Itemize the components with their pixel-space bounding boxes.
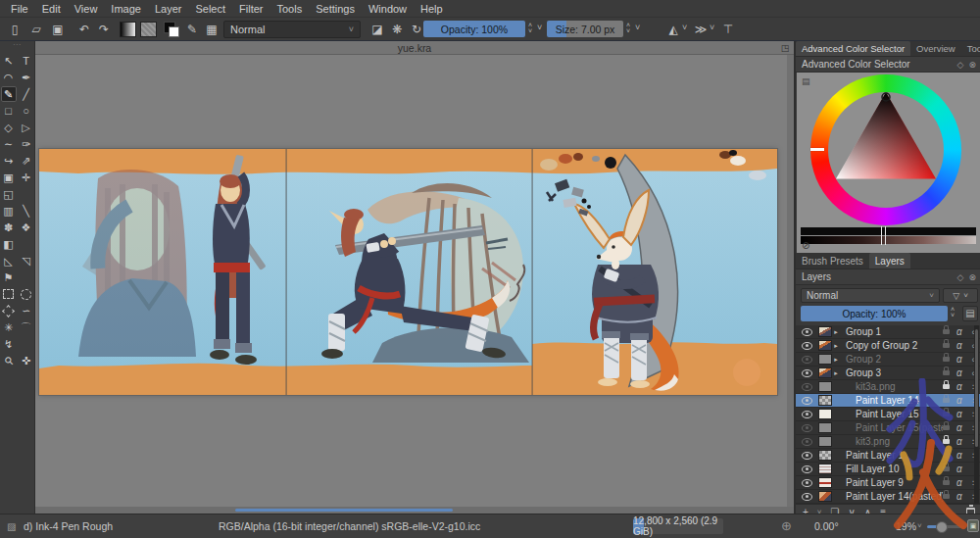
tool-select-elliptical[interactable] — [19, 286, 34, 302]
zoom-slider[interactable] — [927, 525, 964, 528]
tab-brush-presets[interactable]: Brush Presets — [796, 253, 869, 269]
tool-polygon[interactable]: ◇ — [1, 120, 17, 135]
alpha-lock-icon[interactable]: α — [956, 354, 968, 365]
tool-select-freehand[interactable]: ∽ — [19, 303, 34, 318]
color-docker-header[interactable]: Advanced Color Selector ◇ ⊗ — [796, 57, 980, 73]
tab-overview[interactable]: Overview — [910, 41, 961, 56]
new-document-icon[interactable]: ▯ — [6, 21, 24, 38]
tool-dynamic-brush[interactable]: ✑ — [19, 136, 34, 152]
foreground-background-colors[interactable] — [164, 22, 179, 37]
blending-mode-select[interactable]: Normal ˅ — [223, 21, 361, 38]
chevron-down-icon[interactable]: ˅ — [635, 23, 640, 32]
layer-blending-mode-select[interactable]: Normal ˅ — [801, 288, 940, 303]
menu-file[interactable]: File — [4, 0, 35, 18]
layer-list-scrollbar[interactable] — [974, 325, 979, 504]
lock-icon[interactable] — [943, 425, 950, 430]
brush-preset-icon[interactable]: ▨ — [7, 521, 16, 532]
zoom-level-value[interactable]: 19% — [896, 520, 916, 532]
tool-edit-shapes[interactable]: ◠ — [1, 70, 17, 85]
folder-icon[interactable]: ▸ — [832, 369, 840, 377]
fit-to-page-button[interactable]: ▣ — [967, 519, 979, 532]
menu-edit[interactable]: Edit — [35, 0, 68, 18]
visibility-icon[interactable] — [802, 342, 812, 350]
tool-move[interactable]: ✛ — [19, 170, 34, 185]
tool-select-rectangular[interactable] — [1, 286, 17, 302]
lock-icon[interactable] — [943, 466, 950, 471]
undo-icon[interactable]: ↶ — [75, 21, 93, 38]
tool-smart-patch[interactable]: ❖ — [19, 220, 34, 235]
menu-filter[interactable]: Filter — [232, 0, 270, 18]
tool-select-similar[interactable]: ✳ — [1, 319, 17, 335]
menu-select[interactable]: Select — [188, 0, 232, 18]
tool-polyline[interactable]: ▷ — [19, 120, 34, 135]
menu-tools[interactable]: Tools — [270, 0, 310, 18]
layer-row-paint-layer-14-pasted[interactable]: Paint Layer 14(pasted) α∷ — [796, 490, 980, 504]
menu-window[interactable]: Window — [362, 0, 414, 18]
tool-multibrush[interactable]: ⇗ — [19, 153, 34, 169]
visibility-icon[interactable] — [802, 465, 812, 473]
visibility-icon[interactable] — [802, 411, 812, 418]
layer-row-paint-layer-9[interactable]: Paint Layer 9 α∷ — [796, 476, 980, 490]
menu-settings[interactable]: Settings — [309, 0, 362, 18]
menu-view[interactable]: View — [68, 0, 105, 18]
tool-pan[interactable]: ✜ — [19, 353, 34, 368]
show-rulers-icon[interactable]: ⊤ — [719, 21, 737, 38]
lock-icon[interactable] — [943, 370, 950, 375]
canvas-artwork[interactable] — [39, 149, 777, 395]
selector-settings-icon[interactable]: ▤ — [802, 76, 810, 86]
float-icon[interactable]: ◇ — [957, 272, 964, 282]
tab-advanced-color-selector[interactable]: Advanced Color Selector — [796, 41, 910, 56]
size-spinner[interactable]: ˄˅ — [626, 23, 630, 34]
canvas-rotation-dial-icon[interactable]: ⊕ — [781, 518, 792, 533]
lock-icon[interactable] — [943, 398, 950, 403]
brush-size-slider[interactable]: Size: 7.00 px — [547, 21, 623, 37]
alpha-lock-icon[interactable]: α — [956, 395, 968, 406]
folder-icon[interactable]: ▸ — [832, 342, 840, 350]
tool-zoom[interactable]: ⚲ — [0, 350, 20, 372]
menu-help[interactable]: Help — [414, 0, 450, 18]
layer-row-group-3[interactable]: ▸ Group 3 α∞ — [796, 367, 980, 380]
lock-icon[interactable] — [943, 453, 950, 458]
opacity-spinner[interactable]: ˄˅ — [528, 23, 532, 34]
visibility-icon[interactable] — [802, 369, 812, 377]
visibility-icon[interactable] — [802, 328, 812, 336]
menu-layer[interactable]: Layer — [148, 0, 189, 18]
folder-icon[interactable]: ▸ — [832, 356, 840, 364]
tool-freehand-path[interactable]: ∼ — [1, 136, 17, 152]
lock-icon[interactable] — [943, 343, 950, 348]
lock-icon[interactable] — [943, 412, 950, 416]
tool-color-picker[interactable]: ╲ — [19, 203, 34, 219]
tab-tool-options[interactable]: Tool Options — [961, 41, 980, 56]
opacity-slider[interactable]: Opacity: 100% — [423, 21, 525, 37]
tool-measure[interactable]: ◺ — [1, 253, 17, 269]
canvas-workspace[interactable]: yue.kra ◳ — [35, 41, 794, 514]
tool-ellipse[interactable]: ○ — [19, 103, 34, 119]
layer-row-kit3a-png[interactable]: kit3a.png α∷ — [796, 380, 980, 394]
chevron-down-icon[interactable]: ˅ — [710, 23, 714, 32]
close-icon[interactable]: ⊗ — [968, 272, 976, 282]
tool-select-bezier[interactable]: ⌒ — [19, 319, 34, 335]
redo-icon[interactable]: ↷ — [95, 21, 113, 38]
eraser-mode-icon[interactable]: ◪ — [368, 21, 386, 38]
tool-crop[interactable]: ◱ — [1, 186, 17, 202]
alpha-lock-icon[interactable]: α — [956, 422, 968, 433]
tool-text[interactable]: T — [19, 53, 34, 69]
layer-row-paint-layer-14[interactable]: Paint Layer 14 α∷ — [796, 394, 980, 408]
tool-line[interactable]: ╱ — [19, 86, 34, 102]
chevron-down-icon[interactable]: ˅ — [917, 521, 922, 530]
visibility-icon[interactable] — [802, 383, 812, 391]
tool-fill[interactable]: ◧ — [1, 236, 17, 252]
current-brush-preset[interactable]: d) Ink-4 Pen Rough — [24, 520, 113, 532]
tool-assistants[interactable]: ◹ — [19, 253, 34, 269]
preserve-alpha-icon[interactable]: ❋ — [388, 21, 406, 38]
tool-calligraphy[interactable]: ✒ — [19, 70, 34, 85]
alpha-lock-icon[interactable]: α — [956, 477, 968, 488]
alpha-lock-icon[interactable]: α — [956, 326, 968, 337]
layer-row-copy-of-group-2[interactable]: ▸ Copy of Group 2 α∞ — [796, 339, 980, 353]
tool-freehand-brush[interactable]: ✎ — [1, 86, 17, 102]
layer-row-paint-layer-15[interactable]: Paint Layer 15 α∷ — [796, 408, 980, 421]
float-icon[interactable]: ◇ — [957, 60, 964, 70]
save-icon[interactable]: ▣ — [49, 21, 67, 38]
layer-list-options-button[interactable]: ▤ — [962, 306, 978, 321]
alpha-lock-icon[interactable]: α — [956, 450, 968, 461]
